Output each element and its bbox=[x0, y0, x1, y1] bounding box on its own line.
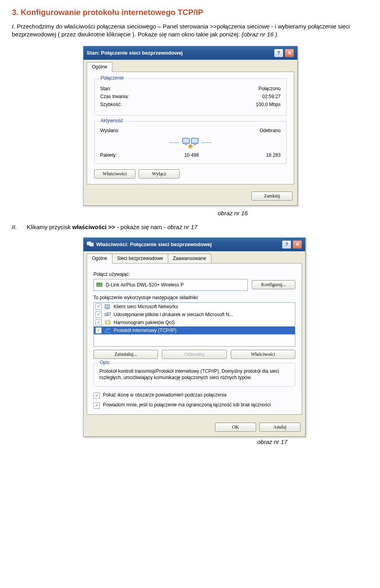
svg-rect-14 bbox=[105, 305, 110, 308]
svg-rect-5 bbox=[194, 144, 196, 145]
section-heading: 3. Konfigurowanie protokołu internetoweg… bbox=[12, 8, 368, 17]
list-item[interactable]: ✓Klient sieci Microsoft Networks bbox=[94, 303, 295, 311]
install-button[interactable]: Zainstaluj... bbox=[93, 350, 158, 359]
svg-rect-15 bbox=[106, 308, 108, 309]
ok-button[interactable]: OK bbox=[215, 423, 256, 432]
group-connection-title: Połączenie bbox=[99, 75, 126, 81]
tab-panel: Połączenie Stan: Połączono Czas trwania:… bbox=[87, 72, 294, 184]
stat-value: Połączono bbox=[258, 86, 281, 91]
para1-em: (obraz nr 16 ). bbox=[241, 31, 279, 38]
packets-recv: 18 283 bbox=[266, 152, 281, 158]
list-item[interactable]: ✓Harmonogram pakietów QoS bbox=[94, 319, 295, 326]
svg-rect-1 bbox=[183, 139, 189, 142]
svg-rect-19 bbox=[105, 332, 110, 333]
help-button-2[interactable]: ? bbox=[282, 240, 291, 249]
roman-2: II. bbox=[12, 224, 17, 230]
caption-17: obraz nr 17 bbox=[257, 438, 368, 445]
tab-wireless[interactable]: Sieci bezprzewodowe bbox=[112, 254, 168, 263]
tab-strip: Ogólne bbox=[84, 60, 297, 72]
tab-panel-2: Połącz używając: D-Link AirPlus DWL-520+… bbox=[87, 263, 302, 415]
connect-using-label: Połącz używając: bbox=[93, 271, 295, 277]
titlebar: Stan: Połączenie sieci bezprzewodowej ? … bbox=[84, 46, 297, 60]
tab-general-2[interactable]: Ogólne bbox=[87, 254, 112, 264]
list-item[interactable]: ✓Protokół internetowy (TCP/IP) bbox=[94, 326, 295, 334]
device-name: D-Link AirPlus DWL-520+ Wireless P bbox=[106, 282, 184, 288]
device-field: D-Link AirPlus DWL-520+ Wireless P bbox=[93, 279, 248, 291]
svg-rect-17 bbox=[107, 313, 110, 315]
component-checkbox[interactable]: ✓ bbox=[95, 311, 102, 318]
notify-limited-checkbox[interactable]: ✓ bbox=[93, 402, 100, 409]
close-button[interactable]: Zamknij bbox=[251, 192, 293, 201]
notify-limited-label: Powiadom mnie, jeśli to połączenie ma og… bbox=[103, 402, 271, 408]
titlebar-2: Właściwości: Połączenie sieci bezprzewod… bbox=[84, 238, 305, 251]
tab-strip-2: Ogólne Sieci bezprzewodowe Zaawansowane bbox=[84, 251, 305, 263]
component-name: Klient sieci Microsoft Networks bbox=[114, 304, 178, 309]
uninstall-button[interactable]: Odinstaluj bbox=[162, 350, 226, 359]
list-item[interactable]: ✓Udostępnianie plików i drukarek w sieci… bbox=[94, 311, 295, 319]
para2-t1: Klikamy przycisk bbox=[27, 224, 72, 230]
svg-rect-11 bbox=[97, 283, 102, 286]
close-x-button-2[interactable]: ✕ bbox=[293, 240, 302, 249]
components-label: To połączenie wykorzystuje następujące s… bbox=[93, 295, 295, 300]
svg-rect-13 bbox=[99, 284, 100, 285]
dialog-title-2: Właściwości: Połączenie sieci bezprzewod… bbox=[96, 241, 212, 247]
desc-text: Protokół kontroli transmisji/Protokół in… bbox=[99, 368, 289, 381]
packets-sent: 10 498 bbox=[184, 152, 199, 158]
nic-icon bbox=[96, 282, 103, 288]
group-activity-title: Aktywność bbox=[99, 118, 125, 123]
status-dialog: Stan: Połączenie sieci bezprzewodowej ? … bbox=[83, 46, 298, 206]
components-listbox[interactable]: ✓Klient sieci Microsoft Networks✓Udostęp… bbox=[93, 302, 295, 347]
component-checkbox[interactable]: ✓ bbox=[95, 303, 102, 310]
svg-rect-2 bbox=[185, 144, 187, 145]
component-name: Udostępnianie plików i drukarek w siecia… bbox=[114, 312, 233, 317]
tab-advanced[interactable]: Zaawansowane bbox=[168, 254, 211, 263]
svg-rect-8 bbox=[190, 146, 191, 148]
share-icon bbox=[104, 311, 111, 318]
svg-rect-12 bbox=[97, 284, 99, 285]
configure-button[interactable]: Konfiguruj... bbox=[252, 280, 295, 289]
para2-t2: - pokaże się nam - bbox=[117, 224, 167, 230]
para2-btn: właściwości >> bbox=[72, 224, 115, 230]
desc-title: Opis bbox=[98, 360, 112, 365]
caption-16: obraz nr 16 bbox=[218, 210, 368, 216]
proto-icon bbox=[104, 327, 111, 334]
packets-label: Pakiety: bbox=[100, 152, 117, 158]
properties-button[interactable]: Właściwości bbox=[94, 169, 135, 178]
speed-value: 100,0 Mbps bbox=[256, 102, 281, 107]
component-checkbox[interactable]: ✓ bbox=[95, 319, 102, 326]
para1-text: Przechodzimy do właściwości połączenia s… bbox=[12, 23, 350, 38]
activity-diagram: ─── ─── bbox=[100, 136, 281, 149]
svg-rect-18 bbox=[105, 321, 110, 324]
group-activity: Aktywność Wysłano Odebrano ─── bbox=[94, 121, 287, 164]
cancel-button[interactable]: Anuluj bbox=[259, 423, 300, 432]
svg-rect-4 bbox=[192, 139, 198, 142]
client-icon bbox=[104, 303, 111, 310]
monitors-icon bbox=[182, 136, 199, 149]
stat-label: Stan: bbox=[100, 86, 111, 91]
component-name: Protokół internetowy (TCP/IP) bbox=[114, 328, 177, 333]
dialog-title: Stan: Połączenie sieci bezprzewodowej bbox=[87, 50, 183, 56]
component-properties-button[interactable]: Właściwości bbox=[231, 350, 295, 359]
component-name: Harmonogram pakietów QoS bbox=[114, 320, 175, 325]
duration-label: Czas trwania: bbox=[100, 94, 129, 99]
para2-em: obraz nr 17 bbox=[167, 224, 198, 230]
component-checkbox[interactable]: ✓ bbox=[95, 327, 102, 334]
duration-value: 02:59:27 bbox=[262, 94, 281, 99]
group-description: Opis Protokół kontroli transmisji/Protok… bbox=[93, 363, 295, 387]
svg-rect-10 bbox=[89, 243, 93, 246]
speed-label: Szybkość: bbox=[100, 102, 122, 107]
svg-rect-7 bbox=[190, 145, 191, 146]
show-icon-checkbox[interactable]: ✓ bbox=[93, 393, 100, 399]
qos-icon bbox=[104, 319, 111, 326]
recv-label: Odebrano bbox=[221, 128, 281, 133]
group-connection: Połączenie Stan: Połączono Czas trwania:… bbox=[94, 78, 287, 116]
close-x-button[interactable]: ✕ bbox=[285, 49, 294, 57]
paragraph-2: II. Klikamy przycisk właściwości >> - po… bbox=[12, 224, 368, 230]
sent-label: Wysłano bbox=[100, 128, 160, 133]
tab-general[interactable]: Ogólne bbox=[87, 62, 112, 72]
show-icon-label: Pokaż ikonę w obszarze powiadomień podcz… bbox=[103, 392, 226, 398]
connection-icon bbox=[87, 241, 94, 248]
disable-button[interactable]: Wyłącz bbox=[139, 169, 180, 178]
properties-dialog: Właściwości: Połączenie sieci bezprzewod… bbox=[83, 237, 306, 437]
help-button[interactable]: ? bbox=[274, 49, 283, 57]
